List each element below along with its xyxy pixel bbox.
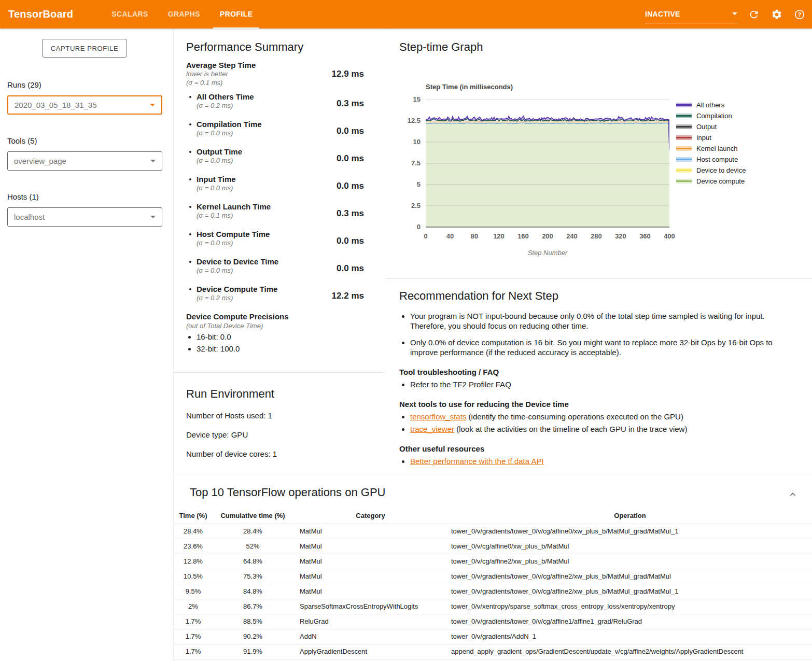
legend-swatch-input bbox=[676, 135, 692, 140]
performance-item: Output Time(σ = 0.0 ms)0.0 ms bbox=[186, 142, 372, 170]
header-controls: INACTIVE ? bbox=[645, 0, 806, 29]
svg-text:7.5: 7.5 bbox=[411, 159, 421, 167]
hosts-dropdown[interactable]: localhost bbox=[7, 207, 162, 227]
table-cell: 28.4% bbox=[213, 524, 293, 539]
table-cell: 90.2% bbox=[213, 629, 293, 644]
table-cell: 23.6% bbox=[174, 539, 213, 554]
legend-label: Device to device bbox=[696, 166, 746, 174]
legend-item: Compilation bbox=[676, 110, 746, 121]
status-dropdown-value: INACTIVE bbox=[645, 10, 680, 18]
faq-list: Refer to the TF2 Profiler FAQ bbox=[399, 379, 794, 389]
runs-dropdown[interactable]: 2020_03_05_18_31_35 bbox=[7, 95, 162, 115]
svg-text:240: 240 bbox=[566, 232, 578, 240]
refresh-icon[interactable] bbox=[748, 8, 760, 21]
performance-item-value: 0.3 ms bbox=[315, 208, 372, 219]
faq-heading: Tool troubleshooting / FAQ bbox=[399, 368, 794, 376]
capture-profile-button[interactable]: CAPTURE PROFILE bbox=[42, 39, 127, 58]
table-row: 23.6%52%MatMultower_0/v/cg/affine0/xw_pl… bbox=[174, 539, 812, 554]
tab-profile[interactable]: PROFILE bbox=[213, 0, 259, 29]
svg-text:12.5: 12.5 bbox=[408, 117, 421, 124]
svg-text:360: 360 bbox=[639, 232, 651, 240]
precisions-subtitle: (out of Total Device Time) bbox=[186, 322, 372, 330]
legend-label: All others bbox=[696, 101, 724, 109]
runs-dropdown-value: 2020_03_05_18_31_35 bbox=[15, 101, 97, 109]
legend-label: Input bbox=[696, 134, 711, 142]
step-time-chart: Step Time (in milliseconds)02.557.51012.… bbox=[400, 78, 682, 264]
table-row: 1.7%88.5%ReluGradtower_0/v/gradients/tow… bbox=[174, 614, 812, 629]
performance-item-sigma: (σ = 0.0 ms) bbox=[197, 156, 242, 165]
legend-item: Device compute bbox=[676, 176, 746, 187]
column-header: Category bbox=[293, 508, 449, 524]
bullet-icon bbox=[189, 96, 191, 98]
precisions-list: 16-bit: 0.032-bit: 100.0 bbox=[186, 332, 372, 354]
table-cell: MatMul bbox=[293, 539, 449, 554]
legend-label: Device compute bbox=[696, 177, 745, 185]
svg-text:0: 0 bbox=[417, 223, 421, 231]
column-header: Cumulative time (%) bbox=[213, 508, 293, 524]
table-cell: 84.8% bbox=[213, 584, 293, 599]
run-environment-lines: Number of Hosts used: 1Device type: GPUN… bbox=[186, 411, 372, 458]
performance-item-label: Output Time bbox=[197, 147, 242, 156]
table-cell: MatMul bbox=[293, 524, 449, 539]
legend-label: Kernel launch bbox=[696, 145, 738, 152]
performance-item: All Others Time(σ = 0.2 ms)0.3 ms bbox=[186, 87, 372, 115]
table-cell: ApplyGradientDescent bbox=[293, 644, 449, 659]
legend-item: Output bbox=[676, 121, 746, 132]
legend-swatch-kernel_launch bbox=[676, 146, 692, 151]
step-time-graph-title: Step-time Graph bbox=[399, 29, 812, 54]
settings-gear-icon[interactable] bbox=[771, 8, 783, 21]
svg-text:?: ? bbox=[798, 11, 801, 17]
table-cell: 1.7% bbox=[174, 614, 213, 629]
legend-swatch-device_to_device bbox=[676, 168, 692, 173]
legend-item: Device to device bbox=[676, 165, 746, 176]
run-environment-title: Run Environment bbox=[186, 373, 372, 401]
sidebar: CAPTURE PROFILE Runs (29) 2020_03_05_18_… bbox=[0, 29, 174, 661]
hosts-dropdown-value: localhost bbox=[14, 213, 45, 221]
average-step-time-row: Average Step Time lower is better (σ = 0… bbox=[186, 61, 372, 87]
column-header: Time (%) bbox=[174, 508, 213, 524]
recommendation-bullet: Your program is NOT input-bound because … bbox=[410, 311, 794, 331]
average-step-time-value: 12.9 ms bbox=[315, 69, 372, 79]
app-header: TensorBoard SCALARSGRAPHSPROFILE INACTIV… bbox=[0, 0, 812, 29]
tools-dropdown[interactable]: overview_page bbox=[7, 151, 162, 171]
table-cell: tower_0/v/cg/affine0/xw_plus_b/MatMul bbox=[449, 539, 812, 554]
performance-item-label: Host Compute Time bbox=[197, 230, 270, 238]
table-cell: SparseSoftmaxCrossEntropyWithLogits bbox=[293, 599, 449, 614]
tab-scalars[interactable]: SCALARS bbox=[105, 0, 155, 29]
svg-text:40: 40 bbox=[446, 232, 454, 240]
nav-tabs: SCALARSGRAPHSPROFILE bbox=[102, 0, 262, 29]
tensorflow_stats-link[interactable]: tensorflow_stats bbox=[410, 412, 466, 421]
legend-item: Host compute bbox=[676, 154, 746, 165]
table-cell: 52% bbox=[213, 539, 293, 554]
next-tool-item: trace_viewer (look at the activities on … bbox=[410, 424, 794, 434]
svg-text:120: 120 bbox=[493, 232, 505, 240]
status-dropdown[interactable]: INACTIVE bbox=[645, 10, 737, 23]
svg-text:280: 280 bbox=[591, 232, 602, 240]
table-cell: MatMul bbox=[293, 584, 449, 599]
performance-item-sigma: (σ = 0.2 ms) bbox=[197, 101, 254, 110]
precision-item: 16-bit: 0.0 bbox=[197, 332, 372, 342]
column-header: Operation bbox=[449, 508, 812, 524]
chevron-down-icon bbox=[150, 104, 155, 106]
performance-item-value: 0.0 ms bbox=[315, 181, 372, 191]
other-resources-heading: Other useful resources bbox=[399, 444, 794, 453]
average-step-time-label: Average Step Time bbox=[186, 61, 256, 69]
svg-text:200: 200 bbox=[542, 232, 553, 240]
precision-item: 32-bit: 100.0 bbox=[197, 344, 372, 354]
bullet-icon bbox=[189, 206, 191, 208]
table-row: 10.5%75.3%MatMultower_0/v/gradients/towe… bbox=[174, 569, 812, 584]
run-environment-line: Number of device cores: 1 bbox=[186, 449, 372, 458]
svg-text:Step Time (in milliseconds): Step Time (in milliseconds) bbox=[426, 83, 513, 91]
tab-graphs[interactable]: GRAPHS bbox=[161, 0, 207, 29]
performance-item-label: Device Compute Time bbox=[197, 285, 277, 293]
legend-swatch-all_others bbox=[676, 103, 692, 107]
legend-swatch-output bbox=[676, 124, 692, 129]
help-icon[interactable]: ? bbox=[793, 8, 806, 21]
step-time-panel: Step-time Graph Step Time (in millisecon… bbox=[386, 29, 812, 473]
tfdata-api-link[interactable]: Better performance with the tf.data API bbox=[410, 457, 544, 466]
table-cell: ReluGrad bbox=[293, 614, 449, 629]
table-row: 9.5%84.8%MatMultower_0/v/gradients/tower… bbox=[174, 584, 812, 599]
collapse-chevron-up-icon[interactable] bbox=[788, 490, 797, 501]
table-cell: MatMul bbox=[293, 554, 449, 569]
trace_viewer-link[interactable]: trace_viewer bbox=[410, 425, 454, 433]
